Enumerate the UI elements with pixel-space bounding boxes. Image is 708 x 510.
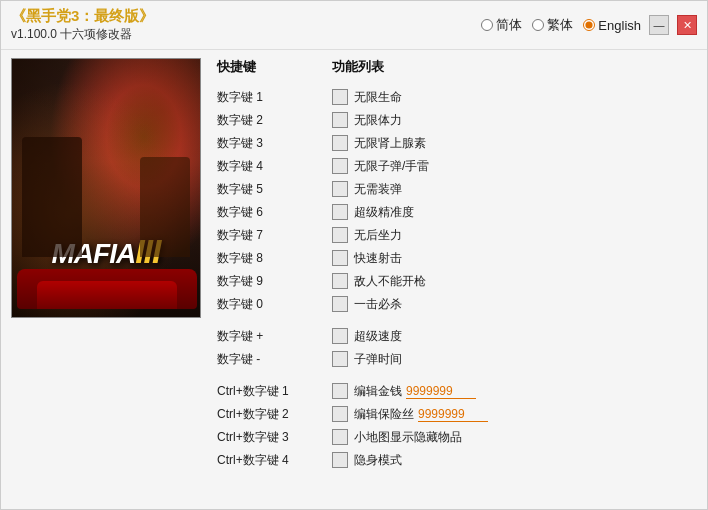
cheat-toggle[interactable] (332, 452, 348, 468)
key-label: 数字键 8 (217, 250, 332, 267)
cheat-toggle[interactable] (332, 296, 348, 312)
func-label: 无需装弹 (354, 181, 402, 198)
func-label: 无后坐力 (354, 227, 402, 244)
cheat-row: 数字键 + 超级速度 (217, 325, 697, 347)
func-input-row: 编辑保险丝 (354, 406, 488, 423)
cheat-toggle[interactable] (332, 351, 348, 367)
title-left: 《黑手党3：最终版》 v1.100.0 十六项修改器 (11, 7, 154, 43)
func-label: 子弹时间 (354, 351, 402, 368)
func-label: 超级精准度 (354, 204, 414, 221)
game-cover: MAFIAIII DEFINITIVE EDITION (11, 58, 201, 318)
cheat-toggle[interactable] (332, 89, 348, 105)
fuse-input[interactable] (418, 407, 488, 422)
cheat-row: 数字键 2 无限体力 (217, 109, 697, 131)
func-label: 编辑保险丝 (354, 406, 414, 423)
func-label: 小地图显示隐藏物品 (354, 429, 462, 446)
lang-traditional-radio[interactable] (532, 19, 544, 31)
key-label: 数字键 2 (217, 112, 332, 129)
func-label: 无限子弹/手雷 (354, 158, 429, 175)
func-label: 一击必杀 (354, 296, 402, 313)
cheat-toggle[interactable] (332, 273, 348, 289)
func-label: 超级速度 (354, 328, 402, 345)
cheat-list: 数字键 1 无限生命 数字键 2 无限体力 数字键 3 无限肾上腺素 数字键 4 (217, 86, 697, 471)
cheat-toggle[interactable] (332, 383, 348, 399)
cheat-toggle[interactable] (332, 135, 348, 151)
key-label: Ctrl+数字键 4 (217, 452, 332, 469)
cheat-row: 数字键 5 无需装弹 (217, 178, 697, 200)
cheat-row: 数字键 7 无后坐力 (217, 224, 697, 246)
cheat-toggle[interactable] (332, 204, 348, 220)
title-right: 简体 繁体 English — ✕ (481, 15, 697, 35)
lang-simplified-radio[interactable] (481, 19, 493, 31)
money-input[interactable] (406, 384, 476, 399)
cheat-row: Ctrl+数字键 2 编辑保险丝 (217, 403, 697, 425)
lang-english-label: English (598, 18, 641, 33)
cheat-row: 数字键 4 无限子弹/手雷 (217, 155, 697, 177)
key-label: Ctrl+数字键 3 (217, 429, 332, 446)
cheats-header: 快捷键 功能列表 (217, 58, 697, 80)
language-group: 简体 繁体 English (481, 16, 641, 34)
cheat-row: 数字键 8 快速射击 (217, 247, 697, 269)
key-label: 数字键 1 (217, 89, 332, 106)
content-area: MAFIAIII DEFINITIVE EDITION 快捷键 功能列表 数字键… (1, 50, 707, 479)
minimize-button[interactable]: — (649, 15, 669, 35)
col-key-header: 快捷键 (217, 58, 332, 76)
close-button[interactable]: ✕ (677, 15, 697, 35)
key-label: 数字键 7 (217, 227, 332, 244)
key-label: 数字键 - (217, 351, 332, 368)
cheat-row: 数字键 6 超级精准度 (217, 201, 697, 223)
func-label: 编辑金钱 (354, 383, 402, 400)
key-label: 数字键 5 (217, 181, 332, 198)
cheat-row: 数字键 1 无限生命 (217, 86, 697, 108)
func-label: 无限生命 (354, 89, 402, 106)
title-bar: 《黑手党3：最终版》 v1.100.0 十六项修改器 简体 繁体 English… (1, 1, 707, 50)
cheat-row: Ctrl+数字键 1 编辑金钱 (217, 380, 697, 402)
key-label: Ctrl+数字键 1 (217, 383, 332, 400)
cheat-toggle[interactable] (332, 112, 348, 128)
cheat-row: 数字键 9 敌人不能开枪 (217, 270, 697, 292)
func-label: 敌人不能开枪 (354, 273, 426, 290)
func-label: 隐身模式 (354, 452, 402, 469)
cheat-row: 数字键 0 一击必杀 (217, 293, 697, 315)
lang-english-radio[interactable] (583, 19, 595, 31)
lang-english[interactable]: English (583, 18, 641, 33)
cheat-toggle[interactable] (332, 328, 348, 344)
key-label: 数字键 3 (217, 135, 332, 152)
key-label: 数字键 + (217, 328, 332, 345)
col-func-header: 功能列表 (332, 58, 384, 76)
func-label: 无限肾上腺素 (354, 135, 426, 152)
lang-simplified-label: 简体 (496, 16, 522, 34)
lang-traditional[interactable]: 繁体 (532, 16, 573, 34)
key-label: 数字键 4 (217, 158, 332, 175)
key-label: 数字键 9 (217, 273, 332, 290)
func-label: 快速射击 (354, 250, 402, 267)
cheat-toggle[interactable] (332, 181, 348, 197)
app-subtitle: v1.100.0 十六项修改器 (11, 26, 154, 43)
main-window: 《黑手党3：最终版》 v1.100.0 十六项修改器 简体 繁体 English… (0, 0, 708, 510)
cheat-toggle[interactable] (332, 406, 348, 422)
cheat-toggle[interactable] (332, 158, 348, 174)
lang-simplified[interactable]: 简体 (481, 16, 522, 34)
lang-traditional-label: 繁体 (547, 16, 573, 34)
func-label: 无限体力 (354, 112, 402, 129)
cheats-panel: 快捷键 功能列表 数字键 1 无限生命 数字键 2 无限体力 数字键 3 (217, 58, 697, 471)
cheat-toggle[interactable] (332, 227, 348, 243)
cheat-row: 数字键 3 无限肾上腺素 (217, 132, 697, 154)
key-label: Ctrl+数字键 2 (217, 406, 332, 423)
cheat-row: Ctrl+数字键 3 小地图显示隐藏物品 (217, 426, 697, 448)
func-input-row: 编辑金钱 (354, 383, 476, 400)
cheat-toggle[interactable] (332, 250, 348, 266)
cheat-row: Ctrl+数字键 4 隐身模式 (217, 449, 697, 471)
cheat-toggle[interactable] (332, 429, 348, 445)
app-title: 《黑手党3：最终版》 (11, 7, 154, 26)
key-label: 数字键 6 (217, 204, 332, 221)
key-label: 数字键 0 (217, 296, 332, 313)
cheat-row: 数字键 - 子弹时间 (217, 348, 697, 370)
